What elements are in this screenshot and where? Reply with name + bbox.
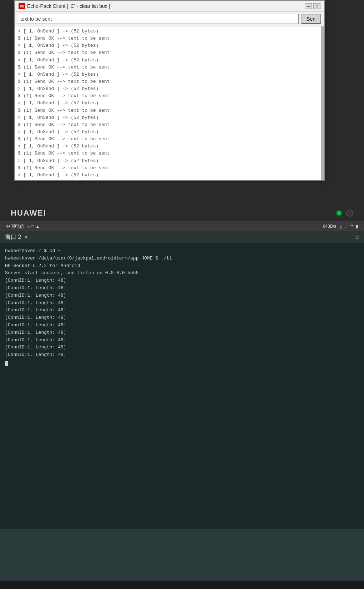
log-line: $ (1) Send OK --> text to be sent — [18, 150, 318, 157]
log-line: $ (1) Send OK --> text to be sent — [18, 136, 318, 143]
battery-icon: ▮ — [356, 224, 358, 229]
log-line: $ (1) Send OK --> text to be sent — [18, 78, 318, 85]
status-right: 643B/s ◫ ⇌ ⁴⁶ ▮ — [323, 224, 358, 229]
terminal-line: hwbeethoven:/ $ cd ~ — [5, 247, 359, 255]
log-line: > [ 1, OnSend ] -> (52 bytes) — [18, 71, 318, 78]
log-line: > [ 1, OnSend ] -> (52 bytes) — [18, 129, 318, 136]
status-icons: ○ □ ▲ — [27, 224, 40, 229]
terminal-body: hwbeethoven:/ $ cd ~hwbeethoven:/data/us… — [0, 243, 364, 529]
title-bar-left: IM Echo-Pack Client [ 'C' - clear list b… — [19, 3, 110, 9]
camera-lens — [346, 210, 353, 217]
log-line: > [ 1, OnSend ] -> (52 bytes) — [18, 157, 318, 165]
status-left: 中国电信 ○ □ ▲ — [6, 223, 40, 230]
network-speed: 643B/s — [323, 224, 336, 229]
title-bar: IM Echo-Pack Client [ 'C' - clear list b… — [15, 1, 324, 12]
log-line: $ (1) Send OK --> text to be sent — [18, 92, 318, 100]
status-bar: 中国电信 ○ □ ▲ 643B/s ◫ ⇌ ⁴⁶ ▮ — [0, 221, 364, 231]
terminal-line: [ConnID:1, Length: 48] — [5, 344, 359, 351]
terminal-line: [ConnID:1, Length: 48] — [5, 307, 359, 314]
log-area: > [ 1, OnSend ] -> (52 bytes)$ (1) Send … — [15, 26, 324, 180]
terminal-line: [ConnID:1, Length: 48] — [5, 329, 359, 337]
terminal-line: [ConnID:1, Length: 48] — [5, 322, 359, 329]
terminal-cursor — [5, 361, 8, 366]
terminal-c-label: C — [356, 235, 359, 240]
terminal-line: [ConnID:1, Length: 48] — [5, 351, 359, 359]
message-input[interactable] — [18, 14, 299, 24]
terminal-line: HP-Socket 5.2.2 for Android — [5, 262, 359, 270]
huawei-top-bar: HUAWEI — [0, 203, 364, 221]
network-type: ⁴⁶ — [350, 224, 354, 229]
maximize-button[interactable]: □ — [313, 3, 320, 9]
log-line: > [ 1, OnSend ] -> (52 bytes) — [18, 28, 318, 35]
terminal-tab[interactable]: 窗口 2 ▼ — [5, 233, 28, 241]
log-line: $ (1) Send OK --> text to be sent — [18, 49, 318, 56]
terminal-line: [ConnID:1, Length: 48] — [5, 292, 359, 299]
log-line: > [ 1, OnSend ] -> (52 bytes) — [18, 100, 318, 107]
terminal-line: hwbeethoven:/data/user/0/jackpal.android… — [5, 255, 359, 262]
terminal-container: 窗口 2 ▼ C hwbeethoven:/ $ cd ~hwbeethoven… — [0, 231, 364, 581]
terminal-cursor-line — [5, 359, 359, 366]
wifi-icon: ⇌ — [344, 224, 348, 229]
huawei-brand-label: HUAWEI — [11, 208, 46, 218]
log-line: $ (1) Send OK --> text to be sent — [18, 179, 318, 180]
log-line: $ (1) Send OK --> text to be sent — [18, 107, 318, 114]
minimize-button[interactable]: — — [305, 3, 312, 9]
terminal-tab-bar: 窗口 2 ▼ C — [0, 231, 364, 243]
windows-app-window: IM Echo-Pack Client [ 'C' - clear list b… — [14, 0, 325, 181]
log-line: > [ 1, OnSend ] -> (52 bytes) — [18, 114, 318, 121]
log-line: > [ 1, OnSend ] -> (52 bytes) — [18, 143, 318, 150]
log-line: $ (1) Send OK --> text to be sent — [18, 165, 318, 172]
huawei-device: HUAWEI 中国电信 ○ □ ▲ 643B/s ◫ ⇌ ⁴⁶ ▮ 窗口 2 ▼… — [0, 203, 364, 589]
window-title: Echo-Pack Client [ 'C' - clear list box … — [27, 3, 110, 9]
terminal-line: Server start success, and listen on 0.0.… — [5, 270, 359, 277]
tab-label: 窗口 2 — [5, 233, 21, 241]
camera-area — [337, 210, 353, 217]
log-line: $ (1) Send OK --> text to be sent — [18, 64, 318, 71]
title-controls: — □ — [305, 3, 320, 9]
log-line: > [ 1, OnSend ] -> (52 bytes) — [18, 172, 318, 179]
green-led — [337, 211, 341, 215]
signal-bar-icon: ◫ — [338, 224, 342, 229]
carrier-label: 中国电信 — [6, 223, 24, 230]
log-line: > [ 1, OnSend ] -> (52 bytes) — [18, 85, 318, 92]
log-line: > [ 1, OnSend ] -> (52 bytes) — [18, 42, 318, 49]
log-line: > [ 1, OnSend ] -> (52 bytes) — [18, 57, 318, 64]
terminal-line: [ConnID:1, Length: 48] — [5, 337, 359, 344]
terminal-line: [ConnID:1, Length: 48] — [5, 277, 359, 285]
send-button[interactable]: Sen — [301, 14, 321, 24]
log-line: $ (1) Send OK --> text to be sent — [18, 121, 318, 129]
terminal-line: [ConnID:1, Length: 48] — [5, 314, 359, 322]
terminal-line: [ConnID:1, Length: 48] — [5, 299, 359, 307]
terminal-line: [ConnID:1, Length: 48] — [5, 285, 359, 292]
log-line: $ (1) Send OK --> text to be sent — [18, 35, 318, 42]
tab-dropdown-arrow: ▼ — [24, 235, 28, 240]
input-bar: Sen — [15, 12, 324, 26]
app-icon: IM — [19, 3, 25, 9]
